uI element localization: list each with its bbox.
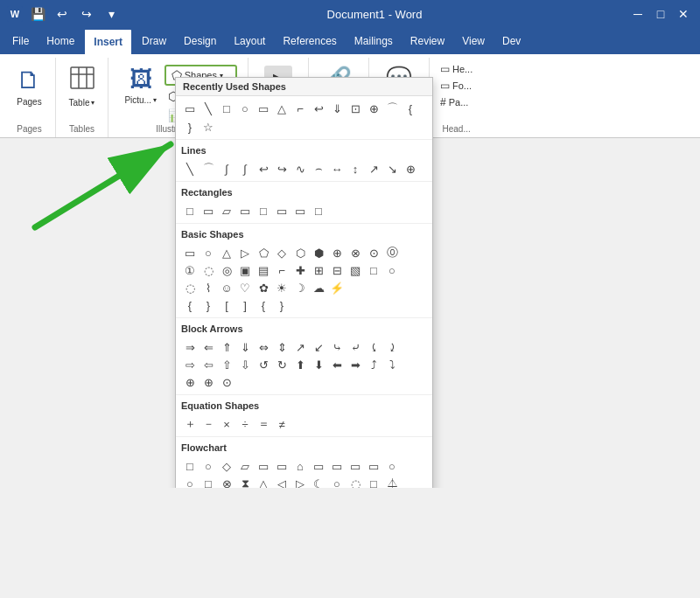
shape-item[interactable]: ⊗ [218,475,235,488]
shape-item[interactable]: ○ [328,475,346,488]
shape-item[interactable]: ⇦ [200,356,217,373]
pages-button[interactable]: 🗋 Pages [11,63,46,109]
shape-item[interactable]: ⇓ [328,100,346,117]
shape-item[interactable]: ⤴ [365,356,382,373]
shape-item[interactable]: ⌇ [200,279,217,296]
shape-item[interactable]: ◁ [273,475,290,488]
shape-item[interactable]: ▭ [181,100,199,117]
tab-references[interactable]: References [274,28,345,54]
shape-item[interactable]: □ [255,202,272,219]
shape-item[interactable]: ⤵ [383,356,401,373]
shape-item[interactable]: { [402,100,419,117]
shape-item[interactable]: ◌ [181,279,199,296]
shape-item[interactable]: ▭ [346,457,364,475]
save-button[interactable]: 💾 [28,4,47,24]
shape-item[interactable]: ▭ [236,202,254,219]
shape-item[interactable]: ▭ [200,202,217,219]
pictures-button[interactable]: 🖼 Pictu... ▾ [119,63,163,108]
shape-item[interactable]: ◎ [218,261,235,279]
shape-item[interactable]: ÷ [236,415,254,433]
shape-item[interactable]: △ [255,475,272,488]
shape-item[interactable]: ▷ [291,475,309,488]
shape-item[interactable]: ⊙ [218,373,235,391]
shape-item[interactable]: ⬠ [255,244,272,261]
shape-item[interactable]: □ [365,475,382,488]
shape-item[interactable]: ☁ [310,279,327,296]
shape-item[interactable]: △ [218,244,235,261]
shape-item[interactable]: ⌐ [273,261,290,279]
shape-item[interactable]: ① [181,261,199,279]
shape-item[interactable]: [ [218,296,235,314]
shape-item[interactable]: － [200,415,217,433]
shape-item[interactable]: ⓪ [383,244,401,261]
shape-item[interactable]: ↻ [273,356,290,373]
shape-item[interactable]: ◌ [200,261,217,279]
shape-item[interactable]: ▭ [273,202,290,219]
shape-item[interactable]: ⊡ [346,100,364,117]
shape-item[interactable]: ⬡ [291,244,309,261]
shape-item[interactable]: ∫ [218,160,235,177]
tab-draw[interactable]: Draw [133,28,175,54]
tab-home[interactable]: Home [38,28,83,54]
shape-item[interactable]: ⊕ [328,244,346,261]
shape-item[interactable]: ↗ [365,160,382,177]
shape-item[interactable]: ⇧ [218,356,235,373]
shape-item[interactable]: □ [310,202,327,219]
shape-item[interactable]: □ [365,261,382,279]
shape-item[interactable]: ⤹ [365,338,382,356]
shape-item[interactable]: ∫ [236,160,254,177]
shape-item[interactable]: ⌂ [291,457,309,475]
shape-item[interactable]: ⧗ [236,475,254,488]
shape-item[interactable]: ⊕ [200,373,217,391]
shape-item[interactable]: ▭ [328,457,346,475]
shape-item[interactable]: ⊙ [365,244,382,261]
shape-item[interactable]: ⌐ [291,100,309,117]
shape-item[interactable]: □ [181,457,199,475]
shape-item[interactable]: ↙ [310,338,327,356]
shape-item[interactable]: ○ [236,100,254,117]
shape-item[interactable]: ⇓ [236,338,254,356]
shape-item[interactable]: ▧ [346,261,364,279]
shape-item[interactable]: ⤸ [383,338,401,356]
shape-item[interactable]: ⬢ [310,244,327,261]
undo-button[interactable]: ↩ [52,4,72,24]
shape-item[interactable]: ○ [200,457,217,475]
shape-item[interactable]: □ [200,475,217,488]
shape-item[interactable]: } [200,296,217,314]
shape-item[interactable]: ⇐ [200,338,217,356]
shape-item[interactable]: ⇒ [181,338,199,356]
shape-item[interactable]: { [255,296,272,314]
page-number-button[interactable]: # Pa... [437,94,472,110]
shape-item[interactable]: □ [181,202,199,219]
customize-qat-button[interactable]: ▾ [102,4,121,24]
shape-item[interactable]: ○ [383,261,401,279]
shape-item[interactable]: ⇩ [236,356,254,373]
shape-item[interactable]: ↕ [346,160,364,177]
tab-insert[interactable]: Insert [83,28,133,54]
table-button[interactable]: Table ▾ [64,63,101,110]
minimize-button[interactable]: ─ [628,4,648,24]
shape-item[interactable]: ◇ [273,244,290,261]
shape-item[interactable]: ▭ [273,457,290,475]
shape-item[interactable]: ⊟ [328,261,346,279]
shape-item[interactable]: ▭ [181,244,199,261]
shape-item[interactable]: ▱ [236,457,254,475]
shape-item[interactable]: ⤷ [328,338,346,356]
shape-item[interactable]: ⤶ [346,338,364,356]
shape-item[interactable]: ↺ [255,356,272,373]
shape-item[interactable]: ▭ [255,457,272,475]
shape-item[interactable]: ▷ [236,244,254,261]
tab-review[interactable]: Review [402,28,453,54]
shape-item[interactable]: ▭ [255,100,272,117]
shape-item[interactable]: ╲ [200,100,217,117]
shape-item[interactable]: ⚡ [328,279,346,296]
shape-item[interactable]: } [273,296,290,314]
shape-item[interactable]: ⌢ [310,160,327,177]
shape-item[interactable]: ⊕ [365,100,382,117]
redo-button[interactable]: ↪ [77,4,96,24]
shape-item[interactable]: ⬇ [310,356,327,373]
shape-item[interactable]: ⊕ [402,160,419,177]
shape-item[interactable]: ⬆ [291,356,309,373]
tab-mailings[interactable]: Mailings [346,28,402,54]
shape-item[interactable]: ○ [181,475,199,488]
